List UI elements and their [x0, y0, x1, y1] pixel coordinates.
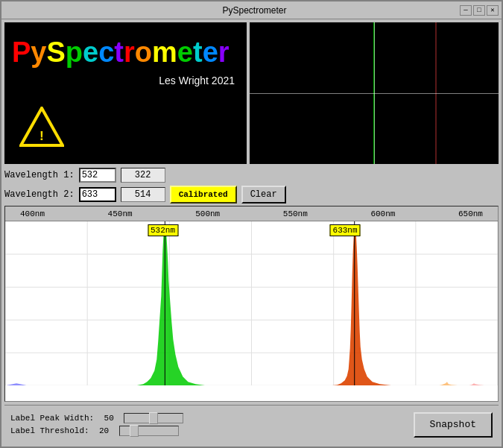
bottom-bar: Label Peak Width: 50 Label Threshold: 20… [4, 405, 499, 444]
calibrated-button[interactable]: Calibrated [170, 186, 237, 204]
crosshair-vertical [374, 22, 375, 164]
maximize-button[interactable]: □ [473, 5, 485, 16]
main-window: PySpectrometer — □ ✕ PySpectrometer ! Le [0, 0, 503, 448]
camera-view [250, 22, 499, 164]
wavelength2-display: 514 [121, 187, 165, 202]
logo-panel: PySpectrometer ! Les Wright 2021 [4, 22, 247, 164]
top-section: PySpectrometer ! Les Wright 2021 [4, 22, 499, 164]
threshold-slider[interactable] [119, 426, 179, 436]
snapshot-button[interactable]: Snapshot [414, 412, 493, 438]
wavelength2-row: Wavelength 2: 514 Calibrated Clear [4, 186, 499, 203]
axis-450nm: 450nm [108, 209, 133, 218]
wavelength1-input[interactable] [79, 168, 116, 183]
logo-title: PySpectrometer [4, 22, 247, 69]
logo-letter-o: o [135, 37, 152, 68]
threshold-value: 20 [94, 426, 115, 435]
axis-500nm: 500nm [195, 209, 220, 218]
bottom-controls: Label Peak Width: 50 Label Threshold: 20 [10, 413, 406, 436]
titlebar-controls: — □ ✕ [460, 5, 499, 16]
spectrum-axis: 400nm 450nm 500nm 550nm 600nm 650nm [5, 206, 498, 221]
minimize-button[interactable]: — [460, 5, 472, 16]
axis-650nm: 650nm [458, 209, 483, 218]
spectrum-svg [5, 221, 498, 385]
peak-width-slider[interactable] [124, 413, 183, 423]
svg-text:!: ! [38, 129, 46, 144]
main-content: PySpectrometer ! Les Wright 2021 [1, 19, 502, 447]
axis-600nm: 600nm [370, 209, 395, 218]
window-title: PySpectrometer [49, 5, 460, 16]
clear-button[interactable]: Clear [241, 186, 286, 204]
logo-letter-e2: e [177, 37, 193, 68]
logo-letter-c: c [98, 37, 114, 68]
logo-letter-P: P [12, 37, 31, 68]
spectrum-canvas: 532nm 633nm [5, 221, 498, 388]
wavelength1-display: 322 [121, 168, 165, 183]
titlebar: PySpectrometer — □ ✕ [1, 1, 502, 19]
camera-panel [250, 22, 499, 164]
peak-width-label: Label Peak Width: [10, 414, 94, 423]
svg-marker-16 [330, 227, 393, 385]
marker-633nm: 633nm [330, 224, 361, 236]
svg-marker-14 [136, 226, 206, 385]
logo-letter-m: m [152, 37, 177, 68]
threshold-label: Label Threshold: [10, 426, 89, 435]
axis-550nm: 550nm [283, 209, 308, 218]
wavelength1-row: Wavelength 1: 322 [4, 167, 499, 183]
peak-width-row: Label Peak Width: 50 [10, 413, 406, 423]
wavelength2-label: Wavelength 2: [4, 189, 75, 200]
logo-letter-e: e [83, 37, 98, 68]
logo-letter-r: r [124, 37, 135, 68]
logo-triangle: ! [19, 107, 64, 151]
axis-labels: 400nm 450nm 500nm 550nm 600nm 650nm [20, 209, 483, 218]
svg-marker-18 [5, 383, 28, 385]
logo-letter-t2: t [193, 37, 203, 68]
logo-letter-y: y [31, 37, 46, 68]
close-button[interactable]: ✕ [487, 5, 499, 16]
marker-532nm: 532nm [148, 224, 178, 236]
wavelength2-input[interactable] [79, 187, 116, 202]
logo-letter-t: t [114, 37, 124, 68]
logo-letter-r2: r [218, 37, 230, 68]
axis-400nm: 400nm [20, 209, 45, 218]
logo-letter-e3: e [203, 37, 218, 68]
spectrum-panel: 400nm 450nm 500nm 550nm 600nm 650nm 532n… [4, 206, 499, 402]
svg-marker-19 [438, 382, 461, 385]
wavelength1-label: Wavelength 1: [4, 170, 75, 180]
logo-letter-p: p [66, 37, 83, 68]
logo-author: Les Wright 2021 [4, 69, 247, 86]
threshold-row: Label Threshold: 20 [10, 426, 406, 436]
logo-letter-S: S [47, 37, 66, 68]
peak-width-value: 50 [98, 414, 119, 423]
